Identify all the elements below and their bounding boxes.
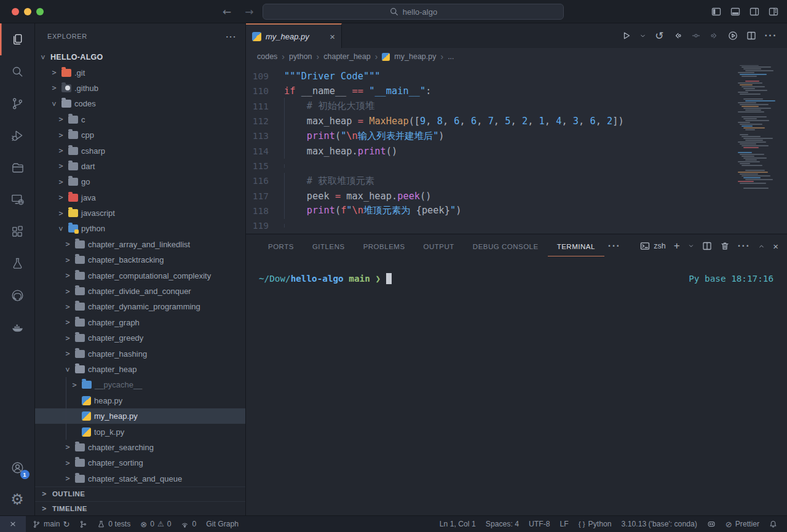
tree-item-codes[interactable]: >codes	[35, 96, 245, 111]
code-line-118[interactable]: 118 print(f"\n堆顶元素为 {peek}")	[246, 204, 787, 218]
tree-item-java[interactable]: >java	[35, 190, 245, 205]
tree-item-__pycache__[interactable]: >__pycache__	[35, 377, 245, 392]
previous-change-icon[interactable]	[673, 31, 682, 41]
status-prettier[interactable]: ⊘Prettier	[721, 516, 764, 532]
panel-tab-gitlens[interactable]: GITLENS	[303, 236, 354, 256]
layout-panel-icon[interactable]	[730, 7, 740, 17]
status-notifications[interactable]	[764, 516, 782, 532]
explorer-icon[interactable]	[0, 23, 35, 55]
breadcrumb-item[interactable]: python	[289, 52, 312, 61]
tree-item-my_heap.py[interactable]: my_heap.py	[35, 408, 245, 424]
tree-item-chapter_divide_and_conquer[interactable]: >chapter_divide_and_conquer	[35, 284, 245, 299]
status-git-graph-action[interactable]	[74, 516, 92, 532]
tree-item-cpp[interactable]: >cpp	[35, 127, 245, 143]
status-indentation[interactable]: Spaces: 4	[481, 516, 524, 532]
code-line-116[interactable]: 116 # 获取堆顶元素	[246, 173, 787, 188]
tree-item-chapter_hashing[interactable]: >chapter_hashing	[35, 346, 245, 361]
terminal-prompt[interactable]: ~/Dow/hello-algo main ❯Py base 18:17:16	[259, 273, 773, 284]
tree-item-chapter_heap[interactable]: >chapter_heap	[35, 362, 245, 377]
terminal-shell-item[interactable]: zsh	[640, 241, 665, 251]
panel-tab-terminal[interactable]: TERMINAL	[548, 236, 604, 256]
run-and-debug-icon[interactable]	[0, 119, 35, 151]
status-branch[interactable]: main↻	[28, 516, 74, 532]
run-interactive-window-icon[interactable]	[728, 31, 738, 41]
tree-item-chapter_graph[interactable]: >chapter_graph	[35, 315, 245, 330]
close-window-button[interactable]	[12, 8, 19, 15]
status-problems[interactable]: ⊗0⚠0	[135, 516, 176, 532]
tree-item-chapter_searching[interactable]: >chapter_searching	[35, 440, 245, 455]
tree-item-go[interactable]: >go	[35, 174, 245, 189]
split-terminal-icon[interactable]	[702, 241, 712, 251]
tree-item-chapter_stack_and_queue[interactable]: >chapter_stack_and_queue	[35, 471, 245, 486]
code-line-113[interactable]: 113 print("\n输入列表并建堆后")	[246, 129, 787, 143]
minimize-window-button[interactable]	[24, 8, 31, 15]
tree-item-chapter_greedy[interactable]: >chapter_greedy	[35, 330, 245, 346]
next-change-icon[interactable]	[710, 31, 719, 41]
tree-item-python[interactable]: >python	[35, 221, 245, 236]
kill-terminal-icon[interactable]	[720, 241, 730, 251]
close-panel-icon[interactable]: ×	[773, 241, 778, 252]
run-dropdown-icon[interactable]	[639, 33, 646, 39]
breadcrumb-item[interactable]: my_heap.py	[394, 52, 436, 61]
github-icon[interactable]	[0, 279, 35, 311]
minimap[interactable]	[738, 65, 777, 207]
accounts-icon[interactable]: 1	[0, 451, 35, 483]
breadcrumb-item[interactable]: chapter_heap	[323, 52, 370, 61]
status-ports[interactable]: 0	[176, 516, 201, 532]
code-line-117[interactable]: 117 peek = max_heap.peek()	[246, 188, 787, 203]
remote-explorer-icon[interactable]	[0, 183, 35, 215]
tree-item-csharp[interactable]: >csharp	[35, 143, 245, 158]
outline-section[interactable]: > OUTLINE	[35, 486, 245, 501]
status-encoding[interactable]: UTF-8	[524, 516, 555, 532]
panel-tab-debug-console[interactable]: DEBUG CONSOLE	[464, 236, 548, 256]
code-line-110[interactable]: 110if __name__ == "__main__":	[246, 84, 787, 98]
tree-item-chapter_dynamic_programming[interactable]: >chapter_dynamic_programming	[35, 299, 245, 314]
zoom-window-button[interactable]	[36, 8, 44, 15]
status-eol[interactable]: LF	[555, 516, 573, 532]
code-line-112[interactable]: 112 max_heap = MaxHeap([9, 8, 6, 6, 7, 5…	[246, 114, 787, 129]
source-control-icon[interactable]	[0, 87, 35, 119]
breadcrumb-item[interactable]: ...	[448, 52, 454, 61]
split-editor-icon[interactable]	[746, 31, 756, 41]
panel-tab-ports[interactable]: PORTS	[259, 236, 303, 256]
code-line-109[interactable]: 109"""Driver Code"""	[246, 69, 787, 84]
close-tab-icon[interactable]: ×	[330, 31, 335, 42]
terminal-dropdown-icon[interactable]	[688, 243, 694, 249]
panel-tabs-overflow-icon[interactable]: ···	[608, 240, 620, 252]
breadcrumb-item[interactable]: codes	[257, 52, 277, 61]
go-forward-icon[interactable]: →	[245, 6, 253, 18]
code-line-119[interactable]: 119	[246, 218, 787, 233]
maximize-panel-icon[interactable]	[758, 243, 765, 250]
code-line-111[interactable]: 111 # 初始化大顶堆	[246, 99, 787, 114]
tab-my-heap-py[interactable]: my_heap.py ×	[246, 23, 342, 48]
timeline-section[interactable]: > TIMELINE	[35, 501, 245, 516]
tree-item-heap.py[interactable]: heap.py	[35, 393, 245, 408]
tree-item-HELLO-ALGO[interactable]: >HELLO-ALGO	[35, 49, 245, 65]
panel-tab-output[interactable]: OUTPUT	[414, 236, 464, 256]
status-copilot[interactable]	[702, 516, 721, 532]
tree-item-.github[interactable]: >.github	[35, 81, 245, 96]
status-cursor-position[interactable]: Ln 1, Col 1	[435, 516, 481, 532]
status-language-mode[interactable]: { }Python	[574, 516, 617, 532]
extensions-icon[interactable]	[0, 215, 35, 247]
compare-changes-icon[interactable]	[691, 31, 701, 41]
testing-icon[interactable]	[0, 247, 35, 279]
tree-item-chapter_sorting[interactable]: >chapter_sorting	[35, 455, 245, 470]
layout-customize-icon[interactable]	[769, 7, 778, 17]
tree-item-.git[interactable]: >.git	[35, 65, 245, 80]
code-line-115[interactable]: 115	[246, 159, 787, 173]
docker-icon[interactable]	[0, 311, 35, 343]
explorer-more-actions-icon[interactable]: ···	[226, 32, 237, 41]
command-center-search[interactable]: hello-algo	[263, 4, 564, 20]
layout-sidebar-right-icon[interactable]	[749, 7, 759, 17]
tree-item-c[interactable]: >c	[35, 112, 245, 127]
go-back-icon[interactable]: ←	[223, 6, 231, 18]
terminal[interactable]: ~/Dow/hello-algo main ❯Py base 18:17:16	[246, 258, 787, 515]
tree-item-chapter_array_and_linkedlist[interactable]: >chapter_array_and_linkedlist	[35, 237, 245, 252]
more-actions-icon[interactable]: ···	[765, 30, 777, 41]
run-python-file-icon[interactable]	[621, 31, 631, 41]
tree-item-top_k.py[interactable]: top_k.py	[35, 424, 245, 439]
panel-tab-problems[interactable]: PROBLEMS	[354, 236, 414, 256]
tree-item-chapter_computational_complexity[interactable]: >chapter_computational_complexity	[35, 268, 245, 283]
code-line-114[interactable]: 114 max_heap.print()	[246, 143, 787, 158]
